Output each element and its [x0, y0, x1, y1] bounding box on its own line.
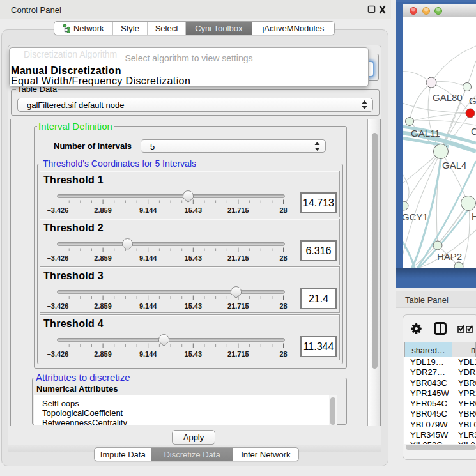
svg-text:C: C [471, 126, 476, 137]
svg-text:GAL4: GAL4 [442, 160, 466, 171]
svg-text:H: H [472, 211, 476, 222]
svg-text:G.: G. [469, 95, 476, 106]
svg-text:GCY1: GCY1 [403, 211, 428, 222]
svg-text:GAL80: GAL80 [433, 92, 463, 103]
svg-text:GAL11: GAL11 [411, 128, 440, 139]
svg-text:HAP2: HAP2 [437, 251, 462, 262]
